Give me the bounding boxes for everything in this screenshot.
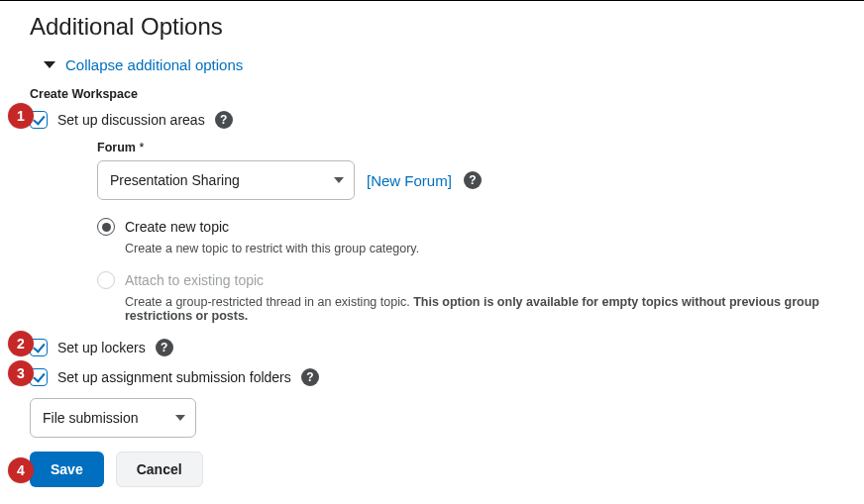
help-icon[interactable]: ? (301, 368, 319, 386)
forum-select-value: Presentation Sharing (110, 172, 240, 188)
forum-select[interactable]: Presentation Sharing (97, 160, 355, 200)
help-icon[interactable]: ? (156, 339, 173, 356)
cancel-button[interactable]: Cancel (116, 452, 203, 487)
setup-assignment-label: Set up assignment submission folders (57, 369, 291, 385)
help-icon[interactable]: ? (215, 111, 233, 129)
radio-attach-existing (97, 271, 115, 289)
radio-create-new-topic[interactable] (97, 218, 115, 236)
attach-existing-label: Attach to existing topic (125, 272, 264, 288)
submission-type-value: File submission (43, 410, 138, 426)
create-new-topic-label: Create new topic (125, 219, 229, 235)
step-badge-2: 2 (8, 331, 34, 356)
chevron-down-icon (334, 177, 344, 183)
chevron-down-icon (175, 415, 185, 421)
create-new-topic-option[interactable]: Create new topic (97, 218, 844, 236)
step-badge-3: 3 (8, 360, 34, 386)
create-new-topic-desc: Create a new topic to restrict with this… (125, 242, 844, 255)
collapse-link-label: Collapse additional options (65, 56, 243, 73)
create-workspace-label: Create Workspace (30, 87, 844, 101)
new-forum-link[interactable]: [New Forum] (367, 172, 452, 189)
setup-discussion-label: Set up discussion areas (57, 112, 205, 128)
attach-existing-desc: Create a group-restricted thread in an e… (125, 295, 844, 323)
collapse-additional-options[interactable]: Collapse additional options (30, 56, 844, 73)
step-badge-4: 4 (8, 457, 34, 483)
attach-existing-topic-option: Attach to existing topic (97, 271, 844, 289)
save-button[interactable]: Save (30, 452, 104, 487)
submission-type-select[interactable]: File submission (30, 398, 196, 438)
step-badge-1: 1 (8, 103, 34, 129)
setup-lockers-label: Set up lockers (57, 340, 146, 355)
chevron-down-icon (44, 61, 55, 68)
page-title: Additional Options (30, 13, 844, 41)
forum-field-label: Forum * (97, 141, 844, 154)
help-icon[interactable]: ? (464, 171, 482, 189)
